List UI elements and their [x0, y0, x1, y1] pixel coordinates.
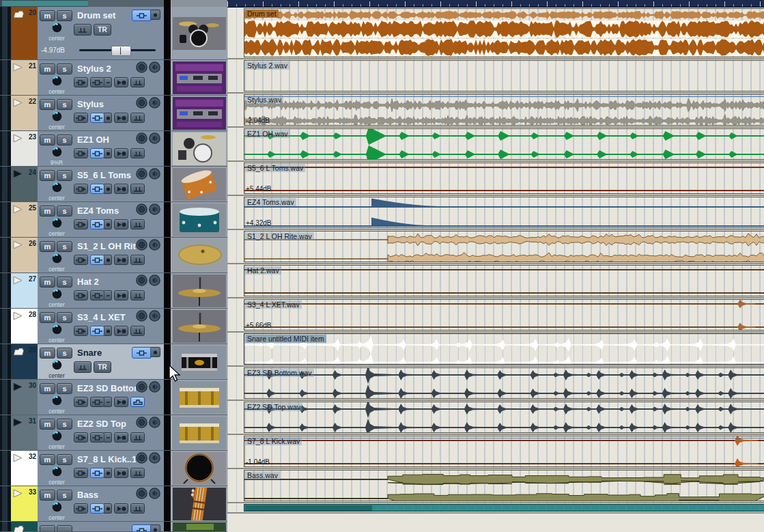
track-color-strip[interactable]: 21	[11, 60, 38, 95]
read-automation-button[interactable]	[74, 468, 88, 478]
solo-button[interactable]: s	[57, 99, 72, 110]
automation-state-segment[interactable]	[104, 148, 112, 158]
mute-button[interactable]: m	[40, 348, 55, 359]
write-automation-button[interactable]	[90, 397, 104, 407]
lanes-button[interactable]	[130, 397, 145, 407]
read-automation-button[interactable]	[74, 290, 88, 300]
record-arm-button[interactable]	[136, 239, 147, 253]
expand-arrow-icon[interactable]	[13, 275, 25, 285]
pan-knob[interactable]	[52, 182, 62, 195]
track-color-strip[interactable]: 23	[11, 131, 38, 166]
monitor-button[interactable]	[149, 275, 160, 289]
freeze-button[interactable]	[114, 148, 128, 158]
solo-button[interactable]: s	[57, 490, 72, 501]
lanes-button[interactable]	[74, 24, 91, 36]
record-arm-button[interactable]	[136, 310, 147, 324]
instrument-thumbnail[interactable]	[171, 451, 227, 486]
group-edit-button[interactable]	[132, 347, 151, 359]
audio-event[interactable]: Drum set	[244, 8, 764, 57]
track-color-strip[interactable]: 26	[11, 238, 38, 272]
audio-event[interactable]: S1_2 L OH Rite.wav	[244, 231, 764, 262]
audio-event[interactable]: EZ1 OH.wav	[244, 128, 764, 160]
track-header[interactable]: m s Snare center TR	[38, 344, 164, 379]
freeze-button[interactable]	[114, 468, 128, 478]
lanes-button[interactable]	[130, 184, 145, 194]
group-edit-combo[interactable]	[132, 10, 160, 21]
read-automation-button[interactable]	[74, 503, 88, 514]
mute-button[interactable]: m	[40, 206, 55, 216]
pan-knob[interactable]	[52, 76, 62, 89]
expand-arrow-icon[interactable]	[13, 488, 25, 498]
solo-button[interactable]: s	[57, 135, 72, 145]
record-arm-button[interactable]	[136, 132, 147, 147]
freeze-button[interactable]	[114, 503, 128, 514]
read-automation-button[interactable]	[74, 397, 88, 407]
track-color-strip[interactable]: 32	[11, 451, 38, 486]
track-header[interactable]: m s EZ2 SD Top center	[38, 415, 164, 450]
freeze-button[interactable]	[114, 184, 128, 194]
solo-button[interactable]: s	[57, 312, 72, 323]
monitor-button[interactable]	[149, 381, 160, 395]
instrument-thumbnail[interactable]	[171, 344, 227, 379]
track-color-strip[interactable]: 24	[11, 167, 38, 201]
mute-button[interactable]: m	[40, 277, 55, 288]
automation-state-segment[interactable]	[104, 326, 112, 336]
monitor-button[interactable]	[149, 168, 160, 182]
track-header[interactable]: m s Stylus center	[38, 96, 164, 130]
track-name[interactable]: Bass	[77, 490, 136, 500]
track-name[interactable]: Hat 2	[77, 277, 136, 287]
pan-knob[interactable]	[52, 23, 62, 36]
expand-arrow-icon[interactable]	[13, 204, 25, 214]
pan-knob[interactable]	[52, 502, 62, 515]
expand-arrow-icon[interactable]	[13, 240, 25, 249]
track-name[interactable]: EZ2 SD Top	[77, 419, 136, 429]
audio-event[interactable]: S5_6 L Toms.wav +5.44dB	[244, 163, 764, 194]
track-name[interactable]: EZ3 SD Botton	[77, 383, 136, 393]
read-automation-button[interactable]	[74, 148, 88, 158]
track-name[interactable]: Stylus	[77, 99, 136, 109]
monitor-button[interactable]	[149, 97, 160, 111]
volume-fader[interactable]	[79, 49, 156, 51]
record-arm-button[interactable]	[136, 275, 147, 289]
pan-knob[interactable]	[52, 431, 62, 444]
solo-button[interactable]: s	[57, 348, 72, 359]
write-automation-button[interactable]	[90, 326, 104, 336]
instrument-thumbnail[interactable]	[171, 131, 227, 166]
expand-arrow-icon[interactable]	[13, 311, 25, 320]
instrument-thumbnail[interactable]	[171, 380, 227, 415]
pan-knob[interactable]	[52, 147, 62, 160]
write-automation-button[interactable]	[90, 219, 104, 229]
track-color-strip[interactable]: 25	[11, 202, 38, 237]
lanes-button[interactable]	[130, 77, 145, 87]
record-arm-button[interactable]	[136, 204, 147, 218]
audio-event[interactable]: S7_8 L Kick.wav -1.04dB	[244, 436, 764, 467]
pan-knob[interactable]	[52, 111, 62, 124]
record-arm-button[interactable]	[136, 381, 147, 395]
audio-event[interactable]: Stylus 2.wav	[244, 60, 764, 92]
solo-button[interactable]: s	[57, 241, 72, 252]
record-arm-button[interactable]	[136, 97, 147, 111]
pan-knob[interactable]	[52, 395, 62, 408]
group-edit-combo[interactable]	[132, 347, 160, 359]
write-automation-button[interactable]	[90, 148, 104, 158]
transform-button[interactable]: TR	[94, 24, 111, 36]
track-name[interactable]: S1_2 L OH Rite	[77, 241, 136, 251]
record-arm-button[interactable]	[136, 168, 147, 182]
solo-button[interactable]: s	[57, 206, 72, 216]
monitor-button[interactable]	[149, 239, 160, 253]
record-arm-button[interactable]	[136, 61, 147, 76]
instrument-thumbnail[interactable]	[171, 60, 227, 95]
track-header[interactable]: m s S7_8 L Kick..128 center	[38, 451, 164, 486]
freeze-button[interactable]	[114, 326, 128, 336]
freeze-button[interactable]	[114, 219, 128, 229]
record-arm-button[interactable]	[136, 488, 147, 502]
audio-event[interactable]: EZ3 SD Bottom.wav	[244, 367, 764, 399]
volume-fader-handle[interactable]	[111, 46, 131, 56]
freeze-button[interactable]	[114, 397, 128, 407]
track-color-strip[interactable]: 31	[11, 415, 38, 450]
track-color-strip[interactable]: 33	[11, 486, 38, 521]
timeline-ruler[interactable]	[227, 0, 764, 8]
monitor-button[interactable]	[149, 204, 160, 218]
lanes-button[interactable]	[130, 255, 145, 265]
audio-event[interactable]: Hat 2.wav	[244, 265, 764, 296]
